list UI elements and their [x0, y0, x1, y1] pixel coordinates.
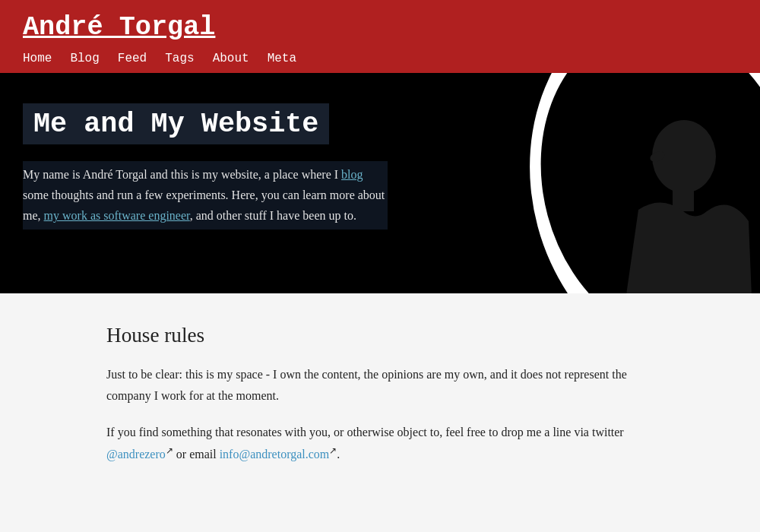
hero-description: My name is André Torgal and this is my w…: [23, 161, 388, 230]
hero-content: Me and My Website My name is André Torga…: [0, 73, 410, 252]
nav-blog[interactable]: Blog: [70, 52, 99, 65]
site-title[interactable]: André Torgal: [23, 12, 215, 43]
nav-home[interactable]: Home: [23, 52, 52, 65]
paragraph2-middle: or email: [173, 448, 220, 461]
nav-meta[interactable]: Meta: [268, 52, 296, 65]
house-rules-paragraph2: If you find something that resonates wit…: [106, 422, 661, 465]
hero-text-after-work: , and other stuff I have been up to.: [190, 209, 356, 222]
twitter-link[interactable]: @andrezero: [106, 448, 166, 461]
paragraph2-end: .: [337, 448, 340, 461]
paragraph2-before: If you find something that resonates wit…: [106, 426, 624, 439]
hero-text-before-blog: My name is André Torgal and this is my w…: [23, 168, 341, 181]
hero-work-link[interactable]: my work as software engineer: [44, 209, 190, 222]
hero-blog-link[interactable]: blog: [341, 168, 363, 181]
site-header: André Torgal Home Blog Feed Tags About M…: [0, 0, 760, 73]
section-house-rules: House rules Just to be clear: this is my…: [106, 324, 737, 465]
email-link[interactable]: info@andretorgal.com: [220, 448, 330, 461]
ext-arrow-email: ↗: [329, 445, 337, 456]
nav-feed[interactable]: Feed: [118, 52, 147, 65]
nav-tags[interactable]: Tags: [165, 52, 194, 65]
ext-arrow-twitter: ↗: [166, 445, 173, 456]
hero-banner: Me and My Website My name is André Torga…: [0, 73, 760, 293]
house-rules-heading: House rules: [106, 324, 737, 347]
page-title: Me and My Website: [23, 103, 329, 144]
main-content: House rules Just to be clear: this is my…: [0, 293, 760, 511]
house-rules-paragraph1: Just to be clear: this is my space - I o…: [106, 364, 661, 407]
nav-about[interactable]: About: [213, 52, 249, 65]
main-nav: Home Blog Feed Tags About Meta: [23, 52, 737, 65]
